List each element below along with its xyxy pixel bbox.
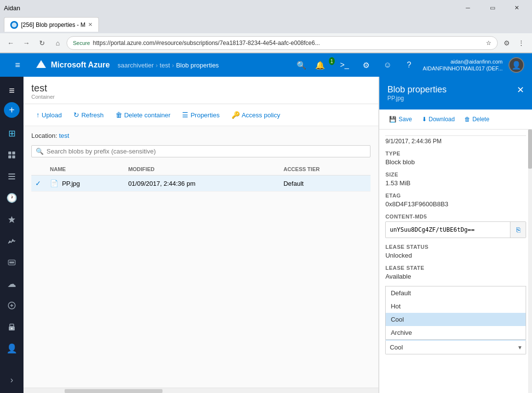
address-bar[interactable]: Secure https://portal.azure.com/#resourc… (67, 36, 498, 50)
portal-logo: Microsoft Azure (35, 59, 110, 71)
table-row[interactable]: ✓ 📄 PP.jpg 01/09/2017, 2:44:36 pm Defaul… (31, 175, 370, 192)
properties-button[interactable]: ☰ Properties (177, 108, 224, 122)
col-access-tier-header: ACCESS TIER (279, 163, 370, 175)
size-label: SIZE (385, 172, 526, 177)
minimize-button[interactable]: ─ (457, 1, 479, 15)
notifications-icon[interactable]: 🔔 1 (315, 57, 331, 73)
type-label: TYPE (385, 151, 526, 156)
sidebar-item-user[interactable]: 👤 (2, 339, 22, 358)
user-email: aidan@aidanfinn.com (423, 58, 503, 65)
settings-icon[interactable]: ⚙ (358, 57, 374, 73)
breadcrumb-current: Blob properties (176, 62, 219, 69)
sidebar-item-menu[interactable]: ≡ (2, 81, 22, 100)
breadcrumb-level2: test (160, 62, 170, 69)
sidebar-item-monitor[interactable] (2, 231, 22, 251)
location-link[interactable]: test (59, 132, 69, 139)
properties-panel: Blob properties PP.jpg ✕ 💾 Save ⬇ Downlo… (379, 77, 532, 393)
svg-rect-14 (10, 324, 14, 327)
type-value: Block blob (385, 158, 526, 166)
sidebar-item-create[interactable]: + (4, 102, 20, 118)
blade-header: test Container (23, 77, 378, 104)
reload-button[interactable]: ↻ (35, 36, 49, 50)
browser-tabs: [256] Blob properties - M ✕ (0, 16, 532, 33)
delete-label: Delete (472, 116, 489, 123)
delete-container-label: Delete container (124, 111, 171, 119)
panel-close-button[interactable]: ✕ (517, 85, 524, 95)
location-label: Location: (31, 132, 57, 139)
save-button[interactable]: 💾 Save (385, 113, 416, 125)
dropdown-option-cool[interactable]: Cool (386, 313, 526, 326)
refresh-button[interactable]: ↻ Refresh (69, 108, 109, 122)
tier-select-value: Cool (390, 344, 403, 351)
content-md5-input[interactable] (386, 223, 510, 236)
col-modified-header: MODIFIED (124, 163, 279, 175)
sidebar-item-favorites[interactable] (2, 210, 22, 229)
sidebar-item-resources[interactable] (2, 145, 22, 165)
container-blade: test Container ↑ Upload ↻ Refresh 🗑 Dele… (23, 77, 379, 393)
panel-subtitle: PP.jpg (387, 95, 446, 102)
main-layout: ≡ + ⊞ 🕐 ☁ (0, 77, 532, 393)
dropdown-option-default[interactable]: Default (386, 286, 526, 300)
help-icon[interactable]: ? (401, 57, 417, 73)
sidebar-item-security[interactable] (2, 317, 22, 337)
dropdown-option-archive[interactable]: Archive (386, 326, 526, 339)
col-check (31, 163, 46, 175)
user-subscription: AIDANFINNHOTMAIL017 (DEF... (423, 65, 503, 72)
feedback-icon[interactable]: ☺ (380, 57, 395, 73)
scrollbar-thumb[interactable] (65, 389, 162, 393)
home-button[interactable]: ⌂ (51, 36, 65, 50)
menu-button[interactable]: ⋮ (514, 36, 528, 50)
restore-button[interactable]: ▭ (481, 1, 504, 15)
sidebar-bottom: › (2, 370, 22, 393)
cloud-shell-icon[interactable]: >_ (337, 57, 352, 73)
panel-toolbar: 💾 Save ⬇ Download 🗑 Delete (379, 109, 532, 130)
user-info: aidan@aidanfinn.com AIDANFINNHOTMAIL017 … (423, 58, 503, 72)
sidebar-item-storage[interactable] (2, 253, 22, 272)
lease-status-value: Unlocked (385, 252, 526, 259)
back-button[interactable]: ← (4, 36, 18, 50)
tier-select[interactable]: Cool ▾ (385, 340, 526, 354)
sidebar-item-dashboard[interactable]: ⊞ (2, 124, 22, 143)
tab-close-button[interactable]: ✕ (88, 22, 93, 28)
sidebar-item-recent[interactable]: 🕐 (2, 188, 22, 208)
dropdown-option-hot[interactable]: Hot (386, 300, 526, 313)
blade-title: test (31, 83, 370, 94)
extensions-button[interactable]: ⚙ (500, 36, 513, 50)
etag-label: ETAG (385, 193, 526, 198)
sidebar-item-cloud[interactable]: ☁ (2, 274, 22, 294)
upload-button[interactable]: ↑ Upload (31, 108, 67, 122)
upload-label: Upload (42, 111, 62, 119)
browser-chrome: Aidan ─ ▭ ✕ [256] Blob properties - M ✕ … (0, 0, 532, 53)
close-button[interactable]: ✕ (506, 1, 528, 15)
row-modified: 01/09/2017, 2:44:36 pm (124, 175, 279, 192)
sidebar-collapse-button[interactable]: › (2, 370, 22, 390)
forward-button[interactable]: → (20, 36, 33, 50)
access-policy-button[interactable]: 🔑 Access policy (227, 108, 285, 122)
copy-md5-button[interactable]: ⎘ (510, 222, 526, 238)
horizontal-scrollbar[interactable] (23, 388, 378, 393)
portal-header-right: 🔍 🔔 1 >_ ⚙ ☺ ? aidan@aidanfinn.com AIDAN… (294, 57, 524, 73)
col-name-header: NAME (46, 163, 124, 175)
sidebar-toggle[interactable]: ≡ (8, 55, 27, 75)
delete-container-button[interactable]: 🗑 Delete container (111, 108, 176, 122)
panel-content: 9/1/2017, 2:44:36 PM TYPE Block blob SIZ… (379, 130, 532, 393)
search-icon[interactable]: 🔍 (294, 57, 309, 73)
svg-rect-8 (8, 176, 15, 177)
search-bar[interactable]: 🔍 (31, 145, 370, 157)
vertical-scrollbar-thumb[interactable] (528, 130, 532, 169)
active-tab[interactable]: [256] Blob properties - M ✕ (4, 17, 99, 32)
sidebar-item-all-services[interactable] (2, 167, 22, 186)
svg-marker-2 (37, 63, 45, 68)
search-icon: 🔍 (36, 148, 44, 155)
content-area: test Container ↑ Upload ↻ Refresh 🗑 Dele… (23, 77, 532, 393)
user-avatar[interactable]: 👤 (509, 57, 524, 73)
delete-button[interactable]: 🗑 Delete (461, 113, 493, 125)
download-button[interactable]: ⬇ Download (418, 113, 459, 125)
panel-title-area: Blob properties PP.jpg (387, 85, 446, 102)
search-input[interactable] (46, 148, 366, 155)
breadcrumb-sep1: › (156, 62, 158, 69)
vertical-scrollbar-track[interactable] (528, 130, 532, 393)
etag-value: 0x8D4F13F9600B8B3 (385, 200, 526, 208)
panel-timestamp: 9/1/2017, 2:44:36 PM (385, 135, 526, 145)
sidebar-item-circle[interactable] (2, 296, 22, 315)
